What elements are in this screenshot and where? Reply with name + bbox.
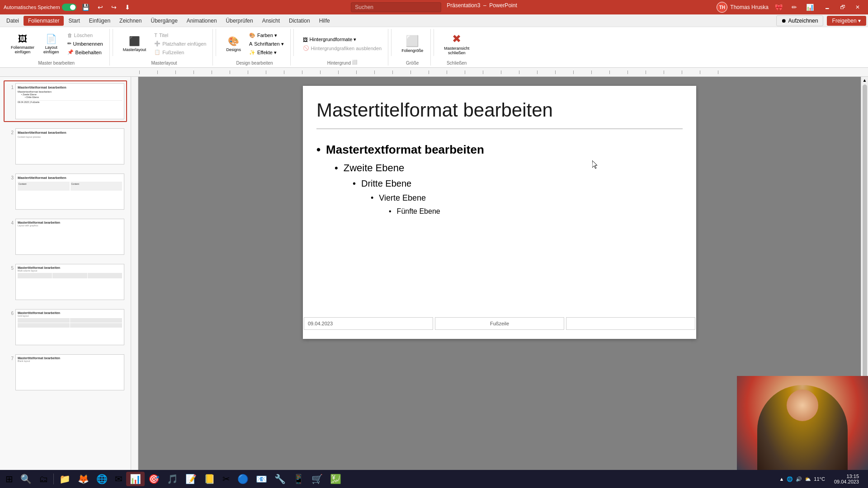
slide-thumb-7[interactable]: 7 Mastertitelformat bearbeiten Blank lay…	[4, 352, 127, 393]
person-head	[787, 389, 818, 421]
excel-btn[interactable]: 💹	[326, 472, 345, 486]
title-bar-center: Präsentation3 – PowerPoint	[291, 2, 578, 12]
slide-thumb-3[interactable]: 3 Mastertitelformat bearbeiten Content C…	[4, 171, 127, 212]
layout-icon: 📄	[46, 33, 57, 44]
menu-ansicht[interactable]: Ansicht	[258, 16, 284, 26]
save-button[interactable]: 💾	[79, 2, 92, 13]
search-taskbar-btn[interactable]: 🔍	[17, 472, 35, 486]
show-desktop-btn[interactable]	[864, 472, 866, 486]
app9-btn[interactable]: 📒	[200, 472, 219, 486]
aufzeichnen-button[interactable]: ⏺ Aufzeichnen	[776, 15, 823, 26]
beibehalten-btn[interactable]: 📌 Beibehalten	[65, 48, 106, 56]
taskbar: ⊞ 🔍 🗂 📁 🦊 🌐 ✉ 📊 🎯 🎵 📝 📒 ✂ 🔵 📧 🔧 📱 🛒 💹 ▲ …	[0, 470, 868, 488]
divider-2	[216, 29, 216, 56]
menu-ueberprufen[interactable]: Überprüfen	[222, 16, 258, 26]
up-arrow-icon[interactable]: ▲	[779, 476, 784, 482]
present-icon-btn[interactable]: 📊	[803, 2, 816, 13]
menu-datei[interactable]: Datei	[2, 16, 24, 26]
slide-title-section[interactable]: Mastertitelformat bearbeiten	[316, 99, 683, 129]
slide-thumb-4[interactable]: 4 Mastertitelformat bearbeiten Layout wi…	[4, 216, 127, 258]
masterlayout-btn[interactable]: ⬛ Masterlayout	[119, 34, 150, 54]
ribbon-group-design: 🎨 Designs 🎨 Farben ▾ A Schriftarten ▾ ✨ …	[219, 29, 290, 66]
masteransicht-schliessen-btn[interactable]: ✖ Masteransichtschließen	[440, 31, 473, 57]
app12-btn[interactable]: 📧	[252, 472, 271, 486]
slide-panel: 1 Mastertitelformat bearbeiten Mastertex…	[0, 77, 131, 488]
menu-zeichnen[interactable]: Zeichnen	[115, 16, 146, 26]
slide-thumb-1[interactable]: 1 Mastertitelformat bearbeiten Mastertex…	[4, 80, 127, 122]
foliengroesse-group-label: Größe	[406, 59, 419, 66]
app6-btn[interactable]: 🎯	[145, 472, 163, 486]
start-button[interactable]: ⊞	[2, 472, 17, 486]
menu-hilfe[interactable]: Hilfe	[315, 16, 335, 26]
umbenennen-btn[interactable]: ✏ Umbenennen	[65, 40, 106, 47]
schliessen-buttons: ✖ Masteransichtschließen	[440, 29, 473, 59]
design-group-label: Design bearbeiten	[236, 59, 273, 66]
hintergrund-buttons: 🖼 Hintergrundformate ▾ 🚫 Hintergrundgraf…	[300, 29, 385, 59]
undo-button[interactable]: ↩	[95, 2, 106, 13]
clock: 13:15 09.04.2023	[830, 474, 863, 484]
taskview-btn[interactable]: 🗂	[35, 472, 52, 486]
scrollbar-up-btn[interactable]: ▲	[863, 78, 867, 83]
menu-start[interactable]: Start	[64, 16, 84, 26]
app14-btn[interactable]: 📱	[289, 472, 308, 486]
weather-temp: 11°C	[814, 476, 825, 482]
slide-content[interactable]: • Mastertextformat bearbeiten • Zweite E…	[316, 138, 683, 225]
app11-btn[interactable]: 🔵	[234, 472, 252, 486]
mail-icon: ✉	[115, 474, 123, 484]
chrome-btn[interactable]: 🌐	[93, 472, 111, 486]
autosave-toggle[interactable]: Automatisches Speichern	[4, 4, 76, 11]
close-button[interactable]: ✕	[851, 2, 864, 12]
layout-btn[interactable]: 📄 Layouteinfügen	[40, 32, 63, 56]
files-btn[interactable]: 📁	[56, 472, 74, 486]
folienmaster-btn[interactable]: 🖼 Folienmastereinfügen	[7, 32, 38, 56]
minimize-button[interactable]: 🗕	[820, 2, 835, 12]
ribbon-group-foliengroesse: ⬜ Foliengröße Größe	[394, 29, 431, 66]
menu-einfuegen[interactable]: Einfügen	[85, 16, 115, 26]
ribbon-icon-btn[interactable]: 🎀	[772, 2, 785, 13]
app7-btn[interactable]: 🎵	[163, 472, 182, 486]
user-name: Thomas Hruska	[730, 4, 769, 10]
foliengroesse-btn[interactable]: ⬜ Foliengröße	[398, 33, 427, 55]
mail-btn[interactable]: ✉	[111, 472, 126, 486]
quick-access-button[interactable]: ⬇	[122, 2, 133, 13]
freigeben-button[interactable]: Freigeben ▾	[827, 16, 866, 26]
firefox-btn[interactable]: 🦊	[74, 472, 93, 486]
powerpoint-btn[interactable]: 📊	[126, 472, 145, 486]
footer-middle: Fußzeile	[435, 317, 564, 330]
clock-time: 13:15	[846, 474, 859, 479]
taskview-icon: 🗂	[39, 474, 48, 484]
search-input[interactable]	[351, 2, 441, 12]
app14-icon: 📱	[293, 474, 304, 484]
app15-btn[interactable]: 🛒	[308, 472, 326, 486]
slide-thumb-6[interactable]: 6 Mastertitelformat bearbeiten Grid layo…	[4, 306, 127, 348]
menu-dictation[interactable]: Dictation	[284, 16, 315, 26]
menu-uebergaenge[interactable]: Übergänge	[146, 16, 182, 26]
slide-thumb-5[interactable]: 5 Mastertitelformat bearbeiten Multi-col…	[4, 261, 127, 303]
window-controls: 🗕 🗗 ✕	[820, 2, 864, 12]
app10-btn[interactable]: ✂	[219, 472, 234, 486]
masterlayout-icon: ⬛	[129, 36, 140, 47]
designs-btn[interactable]: 🎨 Designs	[222, 34, 245, 54]
app11-icon: 🔵	[237, 474, 249, 484]
foliengroesse-buttons: ⬜ Foliengröße	[398, 29, 427, 59]
record-icon: ⏺	[781, 18, 787, 24]
sys-tray: ▲ 🌐 🔊 ⛅ 11°C	[775, 476, 828, 482]
app13-btn[interactable]: 🔧	[271, 472, 289, 486]
bullet-level3: • Dritte Ebene	[353, 178, 683, 189]
app8-btn[interactable]: 📝	[182, 472, 200, 486]
slide-thumb-2[interactable]: 2 Mastertitelformat bearbeiten Content l…	[4, 126, 127, 167]
farben-btn[interactable]: 🎨 Farben ▾	[246, 32, 287, 39]
redo-button[interactable]: ↪	[108, 2, 119, 13]
restore-button[interactable]: 🗗	[835, 2, 850, 12]
hintergrundformate-btn[interactable]: 🖼 Hintergrundformate ▾	[300, 36, 385, 43]
pen-icon-btn[interactable]: ✏	[789, 2, 800, 13]
effekte-btn[interactable]: ✨ Effekte ▾	[246, 49, 287, 56]
autosave-switch[interactable]	[62, 4, 76, 11]
user-avatar: TH	[717, 2, 727, 13]
powerpoint-icon: 📊	[130, 474, 141, 484]
menu-folienmaster[interactable]: Folienmaster	[24, 16, 64, 26]
menu-animationen[interactable]: Animationen	[182, 16, 222, 26]
schriftarten-btn[interactable]: A Schriftarten ▾	[246, 40, 287, 48]
hintergrund-expand-icon[interactable]: ⬜	[352, 60, 357, 65]
hintergrundgrafiken-icon: 🚫	[303, 45, 309, 51]
